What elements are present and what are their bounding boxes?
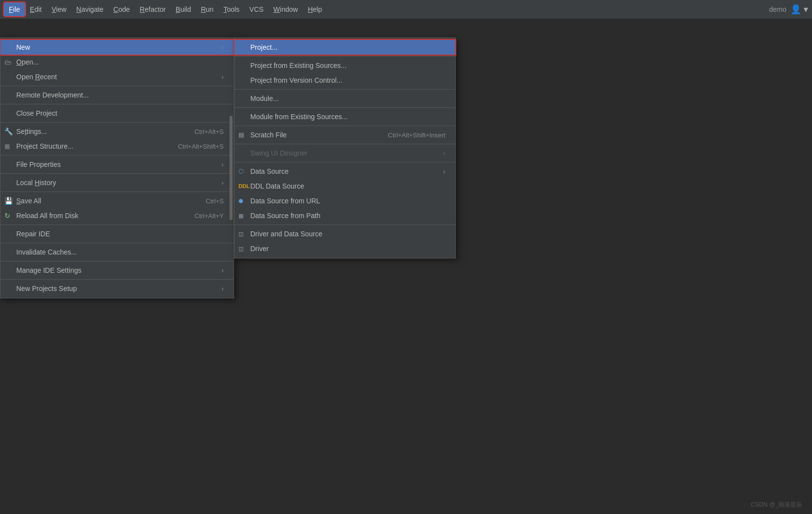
separator-8 (0, 243, 234, 243)
menu-run[interactable]: Run (196, 2, 219, 16)
submenu-item-module[interactable]: Module... (235, 91, 455, 106)
submenu-item-driver-label: Driver (250, 245, 269, 253)
menu-item-file-properties[interactable]: File Properties › (0, 157, 234, 172)
settings-icon: 🔧 (4, 128, 13, 135)
menu-item-settings-label: Settings... (16, 128, 47, 135)
separator-10 (0, 279, 234, 280)
submenu-item-project-existing[interactable]: Project from Existing Sources... (235, 58, 455, 73)
menu-view[interactable]: View (47, 2, 71, 16)
menu-item-close-project-label: Close Project (16, 109, 57, 117)
sub-separator-1 (235, 56, 455, 57)
submenu-item-driver-and-datasource[interactable]: ◫ Driver and Data Source (235, 226, 455, 241)
menu-file[interactable]: File (4, 2, 25, 16)
scratch-file-icon: ▤ (238, 131, 244, 138)
menu-item-invalidate-caches[interactable]: Invalidate Caches... (0, 245, 234, 259)
menu-tools[interactable]: Tools (218, 2, 244, 16)
menu-item-project-structure-label: Project Structure... (16, 142, 73, 150)
menu-item-invalidate-caches-label: Invalidate Caches... (16, 248, 77, 256)
submenu-item-driver[interactable]: ◫ Driver (235, 241, 455, 256)
sub-separator-4 (235, 126, 455, 126)
menubar: File Edit View Navigate Code Refactor Bu… (0, 0, 812, 19)
sub-separator-7 (235, 225, 455, 225)
save-icon: 💾 (4, 197, 13, 205)
save-all-shortcut: Ctrl+S (191, 197, 224, 205)
menu-item-manage-ide-settings[interactable]: Manage IDE Settings › (0, 263, 234, 278)
menu-item-repair-ide-label: Repair IDE (16, 230, 50, 238)
separator-9 (0, 261, 234, 261)
settings-shortcut: Ctrl+Alt+S (180, 128, 224, 135)
menu-item-new[interactable]: New › (0, 40, 234, 55)
menu-item-settings[interactable]: 🔧 Settings... Ctrl+Alt+S (0, 124, 234, 139)
submenu-item-scratch-file[interactable]: ▤ Scratch File Ctrl+Alt+Shift+Insert (235, 128, 455, 142)
submenu-item-ddl-data-source[interactable]: DDL DDL Data Source (235, 179, 455, 193)
separator-4 (0, 155, 234, 156)
menu-build[interactable]: Build (171, 2, 196, 16)
menu-item-open-recent-label: Open Recent (16, 73, 57, 81)
menu-item-file-properties-label: File Properties (16, 161, 61, 168)
submenu-item-project-vcs[interactable]: Project from Version Control... (235, 73, 455, 88)
watermark-text: CSDN @_雨落星辰 (751, 501, 802, 508)
project-structure-shortcut: Ctrl+Alt+Shift+S (163, 143, 224, 150)
separator-7 (0, 225, 234, 225)
menu-vcs-label: VCS (249, 5, 264, 13)
user-icon[interactable]: 👤 ▾ (790, 4, 808, 15)
folder-icon: 🗁 (4, 58, 11, 66)
menu-window-label: Window (273, 5, 298, 13)
menu-window[interactable]: Window (269, 2, 303, 16)
driver-icon: ◫ (238, 246, 243, 252)
menu-item-repair-ide[interactable]: Repair IDE (0, 226, 234, 241)
menu-item-local-history-label: Local History (16, 179, 56, 187)
submenu-item-data-source-label: Data Source (250, 167, 289, 175)
submenu-item-project[interactable]: Project... (235, 40, 455, 55)
swing-ui-arrow-icon: › (443, 149, 445, 157)
separator-6 (0, 192, 234, 192)
submenu-item-swing-ui-label: Swing UI Designer (250, 149, 307, 157)
menu-help-label: Help (308, 5, 322, 13)
menu-edit-label: Edit (30, 5, 42, 13)
reload-shortcut: Ctrl+Alt+Y (180, 212, 224, 220)
new-arrow-icon: › (221, 43, 224, 51)
menu-item-project-structure[interactable]: ▦ Project Structure... Ctrl+Alt+Shift+S (0, 139, 234, 154)
menu-vcs[interactable]: VCS (244, 2, 269, 16)
menu-item-reload-label: Reload All from Disk (16, 212, 78, 220)
menu-item-open-label: Open... (16, 58, 39, 66)
menu-item-manage-ide-settings-label: Manage IDE Settings (16, 266, 81, 274)
submenu-item-project-vcs-label: Project from Version Control... (250, 76, 342, 84)
separator-2 (0, 104, 234, 104)
main-content: Search Everywhere Double Shift Go to Fil… (0, 19, 812, 514)
datasource-icon: ⬡ (238, 168, 243, 175)
menu-item-new-projects-setup-label: New Projects Setup (16, 285, 77, 292)
menu-code[interactable]: Code (108, 2, 135, 16)
scrollbar[interactable] (230, 116, 233, 220)
submenu-item-project-existing-label: Project from Existing Sources... (250, 62, 346, 69)
menu-item-remote-dev[interactable]: Remote Development... (0, 88, 234, 102)
menu-item-close-project[interactable]: Close Project (0, 106, 234, 121)
separator-3 (0, 122, 234, 123)
menu-item-open-recent[interactable]: Open Recent › (0, 69, 234, 84)
separator-1 (0, 86, 234, 86)
menu-edit[interactable]: Edit (25, 2, 47, 16)
menu-file-label: File (9, 5, 20, 13)
menu-refactor-label: Refactor (140, 5, 166, 13)
scratch-file-shortcut: Ctrl+Alt+Shift+Insert (388, 131, 445, 139)
submenu-item-datasource-path[interactable]: ▦ Data Source from Path (235, 208, 455, 223)
menu-view-label: View (52, 5, 67, 13)
menu-item-open[interactable]: 🗁 Open... (0, 55, 234, 69)
menu-run-label: Run (201, 5, 214, 13)
submenu-item-module-existing-label: Module from Existing Sources... (250, 113, 348, 121)
menu-item-reload[interactable]: ↻ Reload All from Disk Ctrl+Alt+Y (0, 208, 234, 223)
submenu-item-module-existing[interactable]: Module from Existing Sources... (235, 109, 455, 124)
menu-item-save-all[interactable]: 💾 Save All Ctrl+S (0, 193, 234, 208)
menu-refactor[interactable]: Refactor (135, 2, 171, 16)
submenu-item-data-source[interactable]: ⬡ Data Source › (235, 164, 455, 179)
submenu-item-driver-and-datasource-label: Driver and Data Source (250, 230, 322, 238)
sub-separator-2 (235, 89, 455, 90)
menu-item-remote-dev-label: Remote Development... (16, 91, 89, 99)
menu-item-new-projects-setup[interactable]: New Projects Setup › (0, 281, 234, 296)
project-structure-icon: ▦ (4, 143, 10, 150)
menu-navigate[interactable]: Navigate (71, 2, 108, 16)
new-submenu: Project... Project from Existing Sources… (234, 37, 456, 258)
submenu-item-datasource-url[interactable]: ⬣ Data Source from URL (235, 193, 455, 208)
menu-help[interactable]: Help (303, 2, 327, 16)
menu-item-local-history[interactable]: Local History › (0, 175, 234, 190)
